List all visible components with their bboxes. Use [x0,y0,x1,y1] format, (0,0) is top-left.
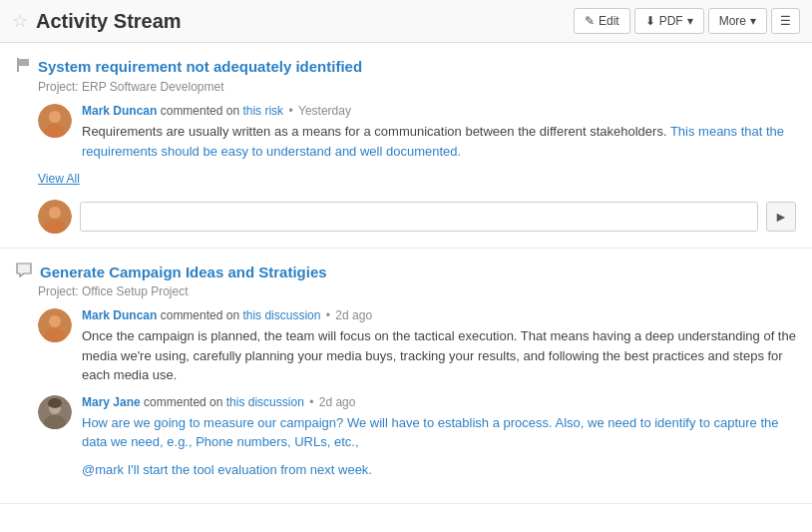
mention-tag-3[interactable]: @mark [82,462,124,477]
comment-author-1[interactable]: Mark Duncan [82,104,157,118]
comment-entry-3: Mary Jane commented on this discussion •… [38,395,796,480]
avatar-mark-duncan-2 [38,308,72,342]
page-title: Activity Stream [36,10,182,33]
comment-link-3[interactable]: this discussion [226,395,304,409]
pdf-label: PDF [659,14,683,28]
pdf-icon: ⬇ [645,14,655,28]
edit-label: Edit [599,14,619,28]
edit-button[interactable]: ✎ Edit [574,8,630,34]
star-icon[interactable]: ☆ [12,10,28,32]
comment-action-1: commented on [161,104,243,118]
comment-time-2: 2d ago [335,308,372,322]
sidebar-icon: ☰ [780,14,791,28]
comment-author-3[interactable]: Mary Jane [82,395,141,409]
comment-body-1: Mark Duncan commented on this risk • Yes… [82,104,796,161]
avatar-reply-1 [38,200,72,234]
dot-separator-3: • [309,395,317,409]
svg-point-5 [49,207,61,219]
activity-header-2: Generate Campaign Ideas and Stratigies [16,263,796,280]
comment-link-2[interactable]: this discussion [242,308,320,322]
pdf-button[interactable]: ⬇ PDF ▾ [634,8,704,34]
page-title-area: ☆ Activity Stream [12,10,182,33]
comment-text-plain-1: Requirements are usually written as a me… [82,124,667,139]
activity-header-1: System requirement not adequately identi… [16,57,796,76]
more-caret-icon: ▾ [750,14,756,28]
comment-text-1: Requirements are usually written as a me… [82,122,796,161]
comment-time-3: 2d ago [319,395,356,409]
svg-point-2 [49,111,61,123]
activity-item-2: Generate Campaign Ideas and Stratigies P… [0,249,812,504]
page-header: ☆ Activity Stream ✎ Edit ⬇ PDF ▾ More ▾ … [0,0,812,43]
comment-body-2: Mark Duncan commented on this discussion… [82,308,796,385]
activity-title-2[interactable]: Generate Campaign Ideas and Stratigies [40,264,327,280]
comment-meta-3: Mary Jane commented on this discussion •… [82,395,796,409]
svg-point-13 [48,398,62,408]
edit-icon: ✎ [585,14,595,28]
send-icon-1: ► [774,209,788,225]
reply-send-button-1[interactable]: ► [766,202,796,232]
comment-text-blue-3: How are we going to measure our campaign… [82,415,779,450]
comment-author-2[interactable]: Mark Duncan [82,308,157,322]
reply-area-1: ► [38,200,796,234]
comment-text-mention-3: @mark I'll start the tool evaluation fro… [82,460,796,480]
comment-text-2: Once the campaign is planned, the team w… [82,326,796,385]
more-button[interactable]: More ▾ [708,8,767,34]
activity-title-1[interactable]: System requirement not adequately identi… [38,58,362,75]
activity-stream-content: System requirement not adequately identi… [0,43,812,504]
comment-body-3: Mary Jane commented on this discussion •… [82,395,796,480]
view-all-link-1[interactable]: View All [38,172,80,186]
reply-input-1[interactable] [80,202,758,232]
flag-icon [16,57,30,76]
chat-icon [16,263,32,280]
activity-project-1: Project: ERP Software Developmet [38,80,796,94]
comment-text-3: How are we going to measure our campaign… [82,413,796,452]
header-actions: ✎ Edit ⬇ PDF ▾ More ▾ ☰ [574,8,800,34]
avatar-mark-duncan-1 [38,104,72,138]
svg-point-8 [49,315,61,327]
comment-text-after-mention-3: I'll start the tool evaluation from next… [128,462,372,477]
comment-meta-1: Mark Duncan commented on this risk • Yes… [82,104,796,118]
comment-text-plain-2: Once the campaign is planned, the team w… [82,328,796,382]
dot-separator-2: • [326,308,334,322]
activity-project-2: Project: Office Setup Project [38,284,796,298]
dot-separator-1: • [288,104,296,118]
sidebar-toggle-button[interactable]: ☰ [771,8,800,34]
comment-entry-1: Mark Duncan commented on this risk • Yes… [38,104,796,161]
comment-action-2: commented on [161,308,243,322]
comment-time-1: Yesterday [298,104,351,118]
comment-link-1[interactable]: this risk [242,104,283,118]
comment-action-3: commented on [144,395,226,409]
pdf-caret-icon: ▾ [687,14,693,28]
activity-item-1: System requirement not adequately identi… [0,43,812,249]
more-label: More [719,14,746,28]
comment-entry-2: Mark Duncan commented on this discussion… [38,308,796,385]
comment-meta-2: Mark Duncan commented on this discussion… [82,308,796,322]
avatar-mary-jane [38,395,72,429]
